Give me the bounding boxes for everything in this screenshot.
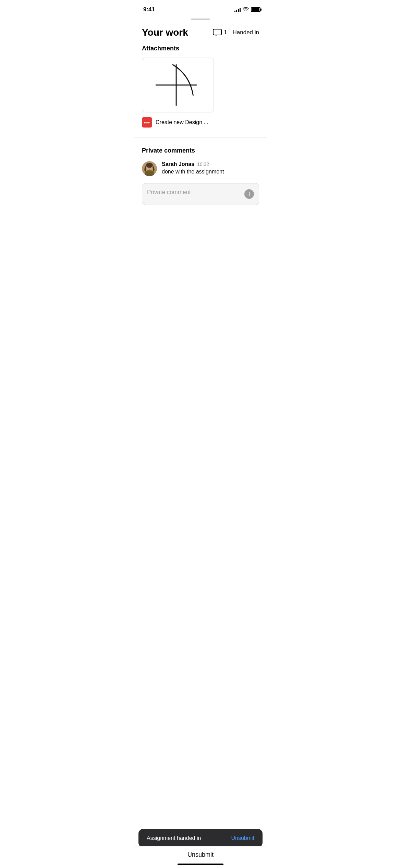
comment-text: done with the assignment (162, 169, 259, 175)
status-icons (234, 7, 260, 12)
section-divider (134, 137, 267, 137)
drag-handle[interactable] (134, 17, 267, 24)
svg-rect-0 (213, 29, 221, 35)
svg-rect-5 (145, 171, 154, 176)
send-button[interactable] (244, 189, 254, 199)
attachments-title: Attachments (142, 45, 259, 52)
attachment-label[interactable]: PDF Create new Design ... (142, 117, 259, 128)
pdf-icon: PDF (142, 117, 152, 128)
handed-in-badge: Handed in (232, 29, 259, 36)
private-comments-title: Private comments (142, 147, 259, 154)
page-title: Your work (142, 27, 188, 38)
battery-icon (251, 7, 260, 12)
status-bar: 9:41 (134, 0, 267, 17)
signal-icon (234, 7, 241, 12)
comment-author: Sarah Jonas (162, 161, 194, 167)
attachment-thumbnail[interactable] (142, 58, 214, 112)
status-time: 9:41 (143, 6, 155, 13)
comment-input-placeholder: Private comment (147, 189, 191, 195)
comment-item: Sarah Jonas 10:32 done with the assignme… (142, 161, 259, 176)
avatar (142, 161, 157, 176)
attachments-section: Attachments PDF Create new Design ... (134, 45, 267, 128)
comment-count: 1 (224, 29, 227, 36)
comment-input-field[interactable]: Private comment (142, 183, 259, 205)
svg-point-6 (148, 167, 149, 168)
attachment-filename: Create new Design ... (156, 119, 208, 125)
comment-time: 10:32 (197, 161, 209, 167)
comment-content: Sarah Jonas 10:32 done with the assignme… (162, 161, 259, 175)
comment-meta: Sarah Jonas 10:32 (162, 161, 259, 167)
svg-point-7 (150, 167, 151, 168)
comment-icon (213, 29, 222, 36)
comment-badge[interactable]: 1 (213, 29, 227, 36)
header: Your work 1 Handed in (134, 24, 267, 45)
wifi-icon (243, 7, 249, 12)
svg-point-4 (146, 163, 153, 168)
private-comments-section: Private comments Sarah Jon (134, 147, 267, 205)
header-actions: 1 Handed in (213, 29, 259, 36)
